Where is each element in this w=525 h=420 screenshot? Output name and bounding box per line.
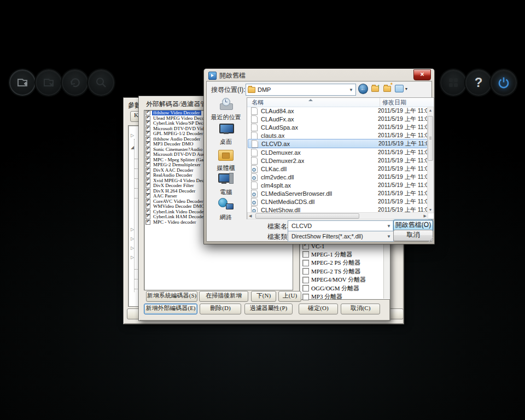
file-row[interactable]: CLNetMediaCDS.dll 2011/5/19 上午 11:00	[248, 197, 427, 206]
file-date: 2011/5/19 上午 11:00	[378, 157, 431, 165]
file-name-combobox[interactable]: CLCVD ▼	[288, 220, 394, 231]
tree-collapsed-icon: ▷	[131, 228, 134, 232]
decoder-checkbox[interactable]	[145, 220, 150, 225]
column-header-name[interactable]: 名稱	[247, 98, 380, 107]
splitter-label: MPEG-2 PS 分離器	[311, 259, 360, 267]
splitter-item[interactable]: MPEG-2 PS 分離器	[302, 259, 360, 267]
file-row[interactable]: clm4splt.ax 2011/5/19 上午 11:00	[248, 181, 427, 189]
folder-icon	[248, 87, 255, 93]
file-date: 2011/5/19 上午 11:00	[378, 107, 431, 115]
file-list: 名稱 修改日期 CLAud84.ax 2011/5/19 上午 11:00 CL…	[247, 97, 434, 219]
splitter-checkbox[interactable]	[302, 277, 309, 283]
place-network[interactable]: 網路	[208, 198, 244, 221]
splitter-checkbox[interactable]	[302, 251, 309, 258]
help-button[interactable]: ?	[465, 69, 492, 96]
file-date: 2011/5/19 上午 11:00	[378, 149, 431, 156]
splitter-label: MPEG-1 分離器	[311, 250, 352, 259]
chevron-down-icon: ▼	[405, 87, 409, 91]
up-button[interactable]: 上(U)	[278, 291, 301, 302]
new-folder-button[interactable]: *	[382, 84, 392, 94]
add-media-button[interactable]	[9, 69, 36, 96]
file-name: CLNetMediaCDS.dll	[261, 199, 314, 205]
up-folder-button[interactable]: ↑	[370, 84, 380, 94]
file-row[interactable]: CLAudSpa.ax 2011/5/19 上午 11:00	[248, 123, 427, 131]
filter-properties-button[interactable]: 過濾器屬性(P)	[244, 304, 293, 314]
place-label: 電腦	[208, 188, 244, 196]
grid-button[interactable]	[440, 69, 466, 96]
tree-collapsed-icon: ▷	[131, 255, 134, 260]
chevron-down-icon[interactable]: ▼	[384, 224, 393, 229]
place-desktop[interactable]: 桌面	[208, 124, 244, 146]
resize-grip[interactable]	[427, 236, 433, 243]
file-type-combobox[interactable]: DirectShow Filters(*.ax;*.dll) ▼	[288, 231, 394, 242]
decoder-label: MP3 Decoder DMO	[152, 142, 195, 147]
place-libraries[interactable]: 媒體櫃	[208, 149, 244, 172]
file-rows: CLAud84.ax 2011/5/19 上午 11:00 CLAudFx.ax…	[247, 107, 427, 214]
vertical-scrollbar[interactable]: ▲ ▼	[427, 107, 434, 213]
file-date: 2011/5/19 上午 11:00	[378, 190, 431, 197]
add-system-codec-button[interactable]: 新增系統編碼器(S)	[146, 291, 197, 302]
splitter-item[interactable]: OGG/OGM 分離器	[302, 284, 359, 293]
decoder-label: Microsoft DTV-DVD Audi	[152, 152, 208, 157]
file-row[interactable]: CLDemuxer.ax 2011/5/19 上午 11:00	[248, 148, 427, 156]
splitter-item[interactable]: MPEG4/MOV 分離器	[302, 276, 366, 284]
file-row[interactable]: clm2vdec.dll 2011/5/19 上午 11:00	[248, 173, 427, 181]
sparkle-icon: *	[390, 82, 393, 88]
splitter-label: MPEG4/MOV 分離器	[311, 276, 366, 284]
add-external-codec-button[interactable]: 新增外部編碼器(E)	[144, 304, 197, 314]
place-computer[interactable]: 電腦	[208, 173, 244, 196]
refresh-button[interactable]	[62, 69, 88, 96]
file-row[interactable]: CLCVD.ax 2011/5/19 上午 11:00	[248, 139, 428, 148]
decoder-label: RealAudio Decoder	[152, 173, 194, 178]
libraries-icon	[218, 149, 234, 161]
column-header-date[interactable]: 修改日期	[380, 98, 406, 107]
file-row[interactable]: CLMediaServerBrowser.dll 2011/5/19 上午 11…	[248, 189, 427, 197]
down-button[interactable]: 下(N)	[251, 291, 276, 302]
file-icon	[251, 115, 258, 123]
chevron-down-icon[interactable]: ▼	[347, 88, 355, 92]
splitter-item[interactable]: MPEG-2 TS 分離器	[302, 267, 361, 276]
horizontal-scroll-thumb[interactable]	[255, 213, 359, 219]
scroll-right-icon[interactable]: ▶	[424, 214, 427, 218]
back-icon: ←	[358, 84, 368, 94]
horizontal-scrollbar[interactable]: ◀ ▶	[247, 212, 428, 219]
file-list-header: 名稱 修改日期	[247, 98, 434, 107]
splitter-checkbox[interactable]	[302, 294, 309, 300]
views-button[interactable]: ▼	[394, 84, 409, 94]
splitter-checkbox[interactable]	[302, 268, 309, 275]
scroll-up-icon[interactable]: ▲	[428, 108, 433, 112]
file-row[interactable]: CLDemuxer2.ax 2011/5/19 上午 11:00	[248, 156, 427, 165]
file-row[interactable]: CLAud84.ax 2011/5/19 上午 11:00	[248, 107, 427, 115]
file-row[interactable]: clauts.ax 2011/5/19 上午 11:00	[248, 131, 427, 139]
ok-button[interactable]: 確定(O)	[299, 304, 338, 314]
chevron-down-icon[interactable]: ▼	[384, 234, 393, 239]
open-dialog-titlebar[interactable]: 開啟舊檔	[208, 71, 246, 80]
vertical-scroll-thumb[interactable]	[428, 116, 433, 161]
file-date: 2011/5/19 上午 11:00	[378, 173, 431, 181]
add-media-icon	[15, 75, 30, 90]
scroll-down-icon[interactable]: ▼	[428, 208, 433, 212]
splitter-item[interactable]: MPEG-1 分離器	[302, 250, 352, 259]
look-in-combobox[interactable]: DMP ▼	[246, 84, 356, 96]
add-after-scan-button[interactable]: 在掃描後新增	[199, 291, 248, 302]
splitter-checkbox[interactable]	[302, 260, 309, 266]
delete-button[interactable]: 刪除(D)	[200, 304, 241, 314]
cancel-button[interactable]: 取消(C)	[341, 304, 380, 314]
player-window: ? 參數設定 KMP ▷ ◢ ▷ ▷ ▷ ▷	[0, 0, 525, 420]
splitter-item[interactable]: MP3 分離器	[302, 293, 342, 301]
file-date: 2011/5/19 上午 11:00	[378, 182, 431, 189]
close-button[interactable]: ×	[413, 69, 431, 80]
power-button[interactable]	[491, 69, 517, 96]
file-row[interactable]: CLAudFx.ax 2011/5/19 上午 11:00	[248, 115, 427, 123]
place-recent[interactable]: 最近的位置	[208, 98, 244, 121]
back-button[interactable]: ←	[358, 84, 368, 94]
scroll-left-icon[interactable]: ◀	[249, 214, 252, 218]
search-button[interactable]	[88, 69, 114, 96]
file-row[interactable]: CLKac.dll 2011/5/19 上午 11:00	[248, 165, 427, 173]
file-date: 2011/5/19 上午 11:00	[378, 132, 431, 139]
splitter-label: MP3 分離器	[311, 293, 342, 301]
file-icon	[251, 132, 258, 139]
remove-media-button[interactable]	[36, 69, 62, 96]
decoder-label: WMVideo Decoder DMO	[152, 204, 206, 209]
splitter-checkbox[interactable]	[302, 285, 309, 291]
